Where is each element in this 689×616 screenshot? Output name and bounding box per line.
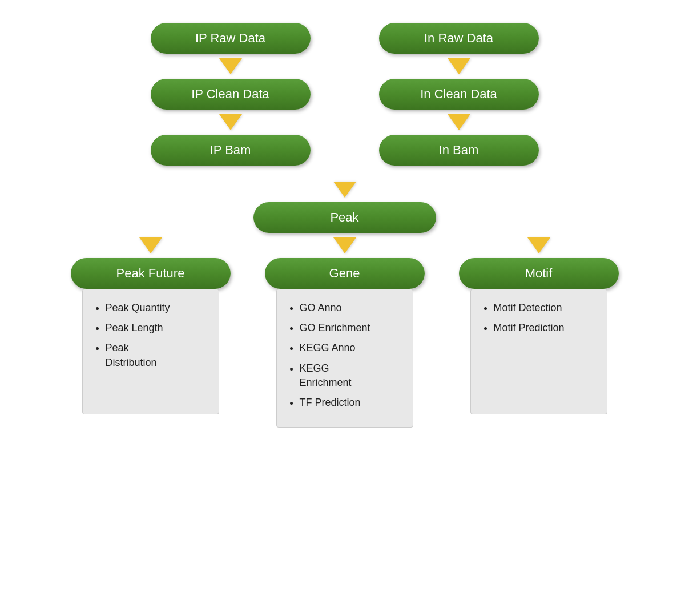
peak-node: Peak [253,202,436,233]
peak-future-item-2: Peak Length [106,321,207,335]
motif-item-1: Motif Detection [494,301,595,315]
in-bam-node: In Bam [379,135,539,166]
gene-item-4: KEGGEnrichment [300,361,401,390]
in-clean-node: In Clean Data [379,79,539,110]
gene-item-2: GO Enrichment [300,321,401,335]
arrow-bam-to-peak [333,182,356,198]
arrow-ip-raw-to-clean [219,58,242,74]
peak-future-list: Peak Quantity Peak Length PeakDistributi… [82,289,219,414]
bottom-branches-row: Peak Future Peak Quantity Peak Length Pe… [0,233,689,428]
ip-raw-node: IP Raw Data [151,23,311,54]
gene-node: Gene [265,258,425,289]
motif-item-2: Motif Prediction [494,321,595,335]
gene-item-5: TF Prediction [300,396,401,410]
arrow-peak-to-gene [333,237,356,253]
arrow-peak-to-motif [527,237,550,253]
ip-column: IP Raw Data IP Clean Data IP Bam [151,23,311,166]
arrow-peak-to-future [139,237,162,253]
top-raw-row: IP Raw Data IP Clean Data IP Bam In Raw … [0,23,689,166]
gene-list: GO Anno GO Enrichment KEGG Anno KEGGEnri… [276,289,413,428]
peak-future-column: Peak Future Peak Quantity Peak Length Pe… [71,233,231,428]
in-raw-node: In Raw Data [379,23,539,54]
gene-item-3: KEGG Anno [300,341,401,355]
converge-section: Peak [253,177,436,233]
arrow-in-clean-to-bam [448,114,470,130]
ip-bam-node: IP Bam [151,135,311,166]
peak-future-node: Peak Future [71,258,231,289]
gene-item-1: GO Anno [300,301,401,315]
peak-future-item-3: PeakDistribution [106,341,207,369]
peak-future-item-1: Peak Quantity [106,301,207,315]
motif-node: Motif [459,258,619,289]
ip-clean-node: IP Clean Data [151,79,311,110]
in-column: In Raw Data In Clean Data In Bam [379,23,539,166]
flowchart: IP Raw Data IP Clean Data IP Bam In Raw … [0,0,689,616]
arrow-ip-clean-to-bam [219,114,242,130]
gene-column: Gene GO Anno GO Enrichment KEGG Anno KEG… [265,233,425,428]
motif-list: Motif Detection Motif Prediction [470,289,607,414]
arrow-in-raw-to-clean [448,58,470,74]
motif-column: Motif Motif Detection Motif Prediction [459,233,619,428]
